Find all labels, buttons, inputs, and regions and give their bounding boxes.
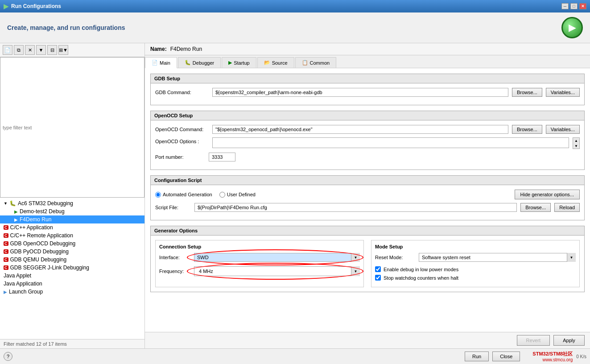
gdb-command-label: GDB Command: [155, 90, 209, 95]
sidebar-item-demo-test2[interactable]: ▶ Demo-test2 Debug [0, 207, 144, 215]
reset-mode-row: Reset Mode: Software system reset Hardwa… [375, 253, 576, 262]
radio-row: Automated Generation User Defined Hide g… [155, 190, 580, 199]
c-icon: C [4, 241, 8, 246]
common-tab-label: Common [310, 60, 330, 66]
gdb-command-row: GDB Command: Browse... Variables... [155, 88, 580, 97]
script-reload-button[interactable]: Reload [554, 203, 580, 212]
window-title: Run Configurations [11, 3, 61, 9]
tab-startup[interactable]: ▶ Startup [222, 57, 256, 68]
watermark-line2: www.stmcu.org [542, 357, 573, 362]
script-browse-button[interactable]: Browse... [520, 203, 551, 212]
sidebar-toolbar: 📄 ⧉ ✕ ▼ ⊟ ⊞▼ [0, 43, 144, 57]
interface-select[interactable]: SWD JTAG [194, 253, 360, 262]
port-number-row: Port number: [155, 153, 580, 161]
expand-button[interactable]: ⊞▼ [58, 45, 68, 55]
config-script-section: Configuration Script Automated Generatio… [150, 175, 585, 220]
panel-content: GDB Setup GDB Command: Browse... Variabl… [145, 68, 590, 332]
sidebar-item-label: Java Applet [4, 273, 31, 279]
sidebar-status: Filter matched 12 of 17 items [0, 339, 144, 348]
startup-tab-icon: ▶ [228, 60, 232, 66]
tab-source[interactable]: 📂 Source [257, 57, 294, 68]
c-icon: C [4, 233, 8, 238]
gdb-browse-button[interactable]: Browse... [512, 88, 542, 97]
sidebar-item-gdb-qemu[interactable]: C GDB QEMU Debugging [0, 256, 144, 264]
mode-setup: Mode Setup Reset Mode: Software system r… [371, 240, 580, 287]
watchdog-checkbox[interactable] [375, 275, 381, 281]
help-button[interactable]: ? [4, 352, 12, 361]
sidebar-item-label: GDB QEMU Debugging [10, 256, 67, 263]
maximize-button[interactable]: □ [570, 3, 578, 9]
gdb-variables-button[interactable]: Variables... [546, 88, 580, 97]
run-button[interactable]: Run [465, 352, 489, 361]
sidebar-item-ac6-stm32[interactable]: ▼ 🐛 Ac6 STM32 Debugging [0, 199, 144, 207]
scroll-down-button[interactable]: ▼ [573, 143, 579, 149]
openocd-command-input[interactable] [212, 125, 508, 134]
openocd-setup-title: OpenOCD Setup [151, 111, 584, 120]
run-config-icon: ▶ [561, 17, 583, 38]
user-defined-radio-label[interactable]: User Defined [219, 192, 256, 198]
sidebar-item-gdb-segger[interactable]: C GDB SEGGER J-Link Debugging [0, 264, 144, 272]
filter-input[interactable] [0, 57, 144, 198]
sidebar-item-cpp-app[interactable]: C C/C++ Application [0, 223, 144, 232]
reset-mode-select[interactable]: Software system reset Hardware reset [419, 253, 576, 262]
sidebar-item-gdb-pyocd[interactable]: C GDB PyOCD Debugging [0, 248, 144, 256]
connection-setup-title: Connection Setup [159, 244, 360, 249]
sidebar-item-cpp-remote[interactable]: C C/C++ Remote Application [0, 232, 144, 240]
openocd-options-row: OpenOCD Options : ▲ ▼ [155, 137, 580, 149]
script-file-input[interactable] [194, 203, 517, 212]
sidebar-item-f4demo[interactable]: ▶ F4Demo Run [0, 215, 144, 223]
interface-row: Interface: SWD JTAG ▼ [159, 253, 360, 262]
minimize-button[interactable]: ─ [561, 3, 569, 9]
sidebar-item-java-app[interactable]: Java Application [0, 280, 144, 288]
openocd-options-input[interactable] [212, 137, 569, 148]
hide-generator-button[interactable]: Hide generator options... [515, 190, 580, 199]
c-icon: C [4, 249, 8, 254]
openocd-variables-button[interactable]: Variables... [546, 125, 580, 134]
delete-button[interactable]: ✕ [25, 45, 35, 55]
apply-button[interactable]: Apply [553, 335, 585, 346]
openocd-browse-button[interactable]: Browse... [512, 125, 542, 134]
config-name: F4Demo Run [170, 46, 202, 52]
openocd-command-row: OpenOCD Command: Browse... Variables... [155, 125, 580, 134]
tab-main[interactable]: 📄 Main [145, 57, 177, 68]
scroll-up-button[interactable]: ▲ [573, 138, 579, 143]
sidebar-item-launch-group[interactable]: ▶ Launch Group [0, 288, 144, 296]
sidebar-item-label: GDB PyOCD Debugging [10, 248, 69, 255]
low-power-checkbox[interactable] [375, 266, 381, 272]
new-config-button[interactable]: 📄 [3, 45, 12, 55]
port-input[interactable] [209, 153, 235, 161]
revert-button[interactable]: Revert [517, 335, 550, 346]
tab-debugger[interactable]: 🐛 Debugger [178, 57, 221, 68]
openocd-setup-body: OpenOCD Command: Browse... Variables... … [151, 120, 584, 170]
frequency-select[interactable]: 4 MHz 8 MHz 2 MHz 1 MHz [194, 266, 360, 276]
filter-button[interactable]: ▼ [36, 45, 46, 55]
close-window-button[interactable]: ✕ [579, 3, 586, 9]
automated-radio[interactable] [155, 192, 161, 198]
sidebar-item-java-applet[interactable]: Java Applet [0, 272, 144, 280]
sidebar-item-gdb-openocd[interactable]: C GDB OpenOCD Debugging [0, 240, 144, 248]
duplicate-button[interactable]: ⧉ [14, 45, 24, 55]
script-file-label: Script File: [155, 205, 191, 210]
sidebar-item-label: GDB OpenOCD Debugging [10, 240, 76, 247]
main-tab-icon: 📄 [152, 60, 158, 66]
sidebar-item-label: Demo-test2 Debug [20, 208, 65, 215]
gdb-command-input[interactable] [212, 88, 508, 97]
close-button[interactable]: Close [492, 352, 520, 361]
generator-options-section: Generator Options Connection Setup Inter… [150, 226, 585, 292]
title-bar: ▶ Run Configurations ─ □ ✕ [0, 0, 590, 12]
collapse-button[interactable]: ⊟ [47, 45, 57, 55]
sidebar-item-label: GDB SEGGER J-Link Debugging [10, 265, 89, 271]
automated-radio-label[interactable]: Automated Generation [155, 192, 212, 198]
source-tab-label: Source [272, 60, 288, 66]
window-controls: ─ □ ✕ [561, 3, 586, 9]
filter-status-text: Filter matched 12 of 17 items [4, 341, 67, 347]
tab-bar: 📄 Main 🐛 Debugger ▶ Startup 📂 Source 📋 [145, 55, 590, 68]
sidebar-item-label: Launch Group [9, 289, 43, 295]
generator-options-title: Generator Options [151, 226, 584, 236]
tab-common[interactable]: 📋 Common [295, 57, 337, 68]
launch-icon: ▶ [4, 290, 7, 294]
run-debug-icon: ▶ [14, 209, 18, 214]
user-defined-radio[interactable] [219, 192, 225, 198]
port-label: Port number: [155, 154, 209, 160]
bug-icon: 🐛 [9, 200, 16, 207]
